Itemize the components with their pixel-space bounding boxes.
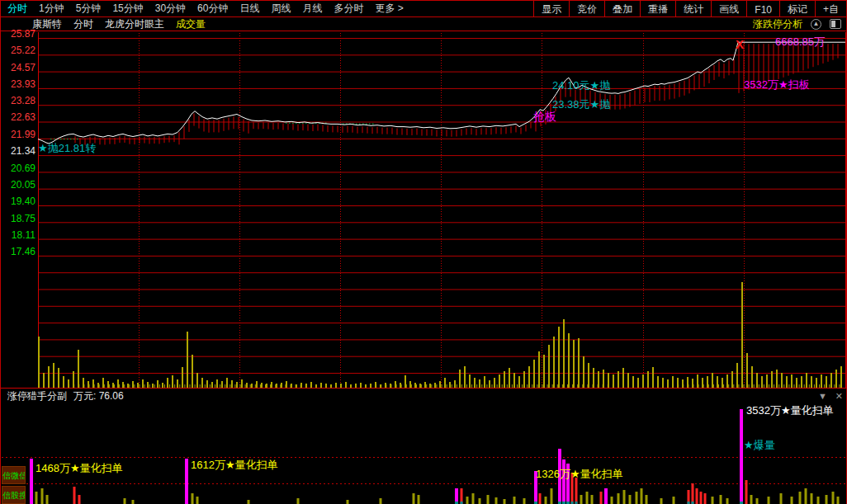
tool-item-6[interactable]: F10	[746, 1, 779, 16]
axis-label: 25.87	[1, 29, 35, 40]
panel-layout-icon[interactable]	[830, 19, 841, 29]
corner-tab-1[interactable]: 信股搜	[2, 486, 26, 504]
axis-label: 18.75	[1, 214, 35, 224]
corner-tab-0[interactable]: 信微信	[2, 466, 26, 484]
axis-label: 21.99	[1, 130, 35, 140]
axis-label: 22.63	[1, 112, 35, 123]
menu-item-2[interactable]: 5分钟	[76, 2, 102, 16]
menu-item-5[interactable]: 60分钟	[197, 2, 228, 16]
tool-item-7[interactable]: 标记	[779, 1, 815, 16]
intraday-chart-canvas[interactable]	[1, 32, 847, 389]
tool-item-0[interactable]: 显示	[533, 1, 569, 16]
period-label: 分时	[73, 17, 93, 31]
menu-item-6[interactable]: 日线	[239, 2, 259, 16]
stock-name: 康斯特	[32, 17, 62, 31]
tool-item-8[interactable]: +自	[815, 1, 846, 16]
app-window: 分时1分钟5分钟15分钟30分钟60分钟日线周线月线多分时更多 > 显示竞价叠加…	[0, 0, 847, 504]
menu-item-9[interactable]: 多分时	[334, 2, 363, 16]
tool-item-3[interactable]: 重播	[640, 1, 675, 16]
limit-analysis-link[interactable]: 涨跌停分析	[753, 17, 802, 31]
tool-item-4[interactable]: 统计	[675, 1, 711, 16]
top-menubar: 分时1分钟5分钟15分钟30分钟60分钟日线周线月线多分时更多 > 显示竞价叠加…	[1, 1, 846, 17]
axis-label: 21.34	[1, 146, 35, 157]
period-menu: 分时1分钟5分钟15分钟30分钟60分钟日线周线月线多分时更多 >	[1, 2, 533, 16]
axis-label: 19.40	[1, 196, 35, 207]
menu-item-4[interactable]: 30分钟	[155, 2, 186, 16]
menu-item-1[interactable]: 1分钟	[39, 2, 64, 16]
axis-label: 23.93	[1, 79, 35, 90]
chart-header: 康斯特 分时 龙虎分时眼主 成交量 涨跌停分析 ▲	[1, 17, 846, 31]
axis-label: 20.05	[1, 180, 35, 191]
axis-label: 25.22	[1, 45, 35, 56]
tools-menu: 显示竞价叠加重播统计画线F10标记+自	[533, 1, 846, 16]
menu-item-0[interactable]: 分时	[7, 2, 27, 16]
axis-label: 18.11	[1, 230, 35, 241]
axis-label: 24.57	[1, 63, 35, 73]
volume-indicator-label[interactable]: 成交量	[176, 17, 206, 31]
menu-item-7[interactable]: 周线	[271, 2, 291, 16]
menu-item-10[interactable]: 更多 >	[375, 2, 403, 16]
axis-label: 17.46	[1, 247, 35, 257]
menu-item-3[interactable]: 15分钟	[112, 2, 143, 16]
tool-item-2[interactable]: 叠加	[604, 1, 640, 16]
menu-item-8[interactable]: 月线	[302, 2, 322, 16]
indicator-label[interactable]: 龙虎分时眼主	[105, 17, 164, 31]
tool-item-1[interactable]: 竞价	[569, 1, 604, 16]
sub-indicator-canvas[interactable]	[1, 389, 847, 504]
tool-item-5[interactable]: 画线	[711, 1, 746, 16]
arrow-up-circle-icon[interactable]: ▲	[811, 19, 821, 30]
axis-label: 23.28	[1, 96, 35, 106]
axis-label: 20.69	[1, 163, 35, 174]
